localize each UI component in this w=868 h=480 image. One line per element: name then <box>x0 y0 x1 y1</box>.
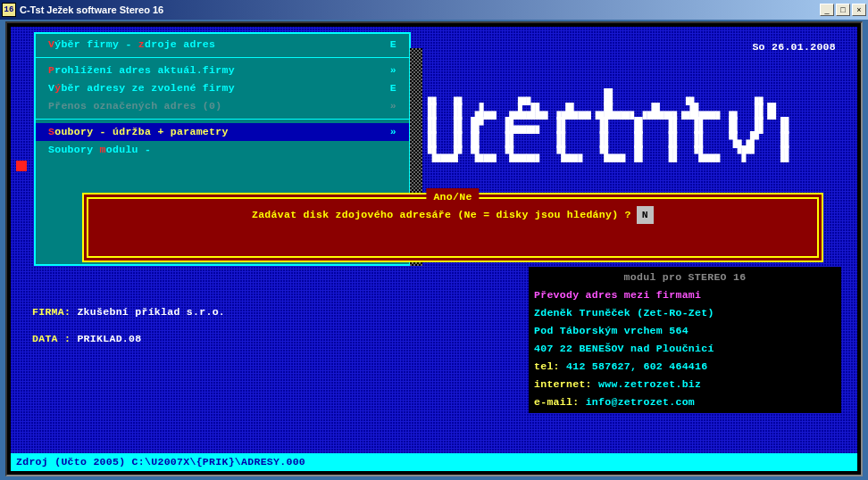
close-button[interactable]: × <box>852 4 866 16</box>
menu-item-prohlizeni[interactable]: Prohlížení adres aktuál.firmy » <box>36 62 409 79</box>
menu-item-soubory-modulu[interactable]: Soubory modulu - <box>36 141 409 159</box>
window-title-bar: 16 C-Tst Ježek software Stereo 16 _ □ × <box>0 0 868 20</box>
vendor-info: modul pro STEREO 16 Převody adres mezi f… <box>529 267 841 413</box>
banner-logo: ▗▖ ▗▖ ▄▖ █ ▗▖ ▗▖ ▐▌ ▐▌ ▟▄▖ ▄▙▟▙▖▗▟▙▄▖▄█▄… <box>423 90 793 161</box>
menu-item-prenos: Přenos označených adres (0) » <box>36 97 409 115</box>
app-icon: 16 <box>2 3 16 17</box>
info-street: Pod Táborským vrchem 564 <box>534 322 836 340</box>
minimize-button[interactable]: _ <box>820 4 834 16</box>
menu-separator <box>36 57 409 58</box>
dos-screen: So 26.01.2008 Výběr firmy - zdroje adres… <box>5 21 863 476</box>
dialog-box: Ano/Ne Zadávat disk zdojového adresáře (… <box>82 193 823 262</box>
menu-item-soubory-udrzba[interactable]: Soubory - údržba + parametry » <box>36 123 409 141</box>
firm-info: FIRMA: Zkušební příklad s.r.o. DATA : PR… <box>32 303 225 348</box>
info-author: Zdeněk Truněček (Zet-Ro-Zet) <box>534 304 836 322</box>
dialog-input[interactable]: N <box>637 206 654 224</box>
maximize-button[interactable]: □ <box>836 4 850 16</box>
status-bar: Zdroj (Učto 2005) C:\U2007X\{PRIK}\ADRES… <box>11 453 857 471</box>
menu-item-vyber-adresy[interactable]: Výběr adresy ze zvolené firmy E <box>36 79 409 97</box>
menu-item-vyber-firmy[interactable]: Výběr firmy - zdroje adres E <box>36 36 409 54</box>
dialog-prompt: Zadávat disk zdojového adresáře (Ne = di… <box>252 206 631 224</box>
menu-indicator <box>16 161 27 171</box>
menu-separator <box>36 119 409 120</box>
info-city: 407 22 BENEŠOV nad Ploučnicí <box>534 340 836 358</box>
date-display: So 26.01.2008 <box>752 38 836 56</box>
info-title: Převody adres mezi firmami <box>534 286 836 304</box>
dialog-title: Ano/Ne <box>426 188 479 206</box>
info-module: modul pro STEREO 16 <box>534 269 836 286</box>
window-title: C-Tst Ježek software Stereo 16 <box>20 4 820 15</box>
